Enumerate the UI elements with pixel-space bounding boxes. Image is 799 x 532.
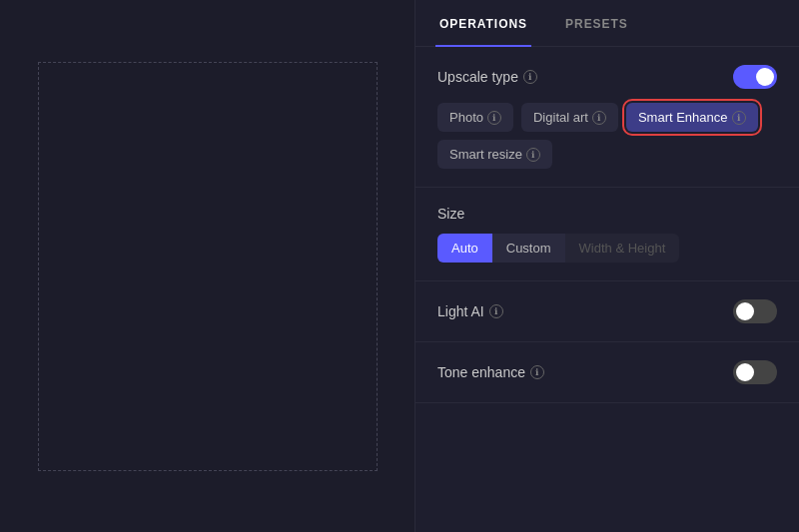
option-smart-enhance[interactable]: Smart Enhance ℹ: [626, 103, 758, 132]
canvas-area: [38, 62, 378, 471]
light-ai-label-text: Light AI: [437, 303, 484, 319]
tone-enhance-row-header: Tone enhance ℹ: [437, 360, 777, 384]
tabs-bar: OPERATIONS PRESETS: [415, 0, 799, 47]
size-section: Size Auto Custom Width & Height: [415, 188, 799, 281]
light-ai-label: Light AI ℹ: [437, 303, 503, 319]
option-smart-resize-label: Smart resize: [449, 147, 522, 162]
upscale-info-icon[interactable]: ℹ: [523, 70, 537, 84]
light-ai-info-icon[interactable]: ℹ: [489, 304, 503, 318]
upscale-toggle[interactable]: [733, 65, 777, 89]
upscale-toggle-knob: [756, 68, 774, 86]
option-digital-art-label: Digital art: [533, 110, 588, 125]
option-photo-label: Photo: [449, 110, 483, 125]
option-smart-resize[interactable]: Smart resize ℹ: [437, 140, 552, 169]
size-options: Auto Custom Width & Height: [437, 234, 777, 263]
size-title: Size: [437, 206, 777, 222]
settings-content: Upscale type ℹ Photo ℹ Digital art ℹ Sma…: [415, 47, 799, 532]
tone-enhance-toggle-knob: [736, 363, 754, 381]
size-custom[interactable]: Custom: [492, 234, 565, 263]
tone-enhance-info-icon[interactable]: ℹ: [530, 365, 544, 379]
tab-operations[interactable]: OPERATIONS: [435, 1, 531, 47]
tone-enhance-section: Tone enhance ℹ: [415, 342, 799, 403]
light-ai-toggle[interactable]: [733, 299, 777, 323]
right-panel: OPERATIONS PRESETS Upscale type ℹ Photo …: [414, 0, 799, 532]
tab-presets[interactable]: PRESETS: [561, 1, 632, 47]
photo-info-icon[interactable]: ℹ: [487, 111, 501, 125]
upscale-options: Photo ℹ Digital art ℹ Smart Enhance ℹ Sm…: [437, 103, 777, 169]
upscale-section: Upscale type ℹ Photo ℹ Digital art ℹ Sma…: [415, 47, 799, 188]
light-ai-section: Light AI ℹ: [415, 281, 799, 342]
light-ai-row-header: Light AI ℹ: [437, 299, 777, 323]
digital-art-info-icon[interactable]: ℹ: [592, 111, 606, 125]
smart-resize-info-icon[interactable]: ℹ: [526, 148, 540, 162]
size-width-height[interactable]: Width & Height: [565, 234, 680, 263]
smart-enhance-info-icon[interactable]: ℹ: [732, 111, 746, 125]
tone-enhance-label-text: Tone enhance: [437, 364, 525, 380]
left-panel: [0, 0, 414, 532]
upscale-label: Upscale type ℹ: [437, 69, 537, 85]
upscale-row-header: Upscale type ℹ: [437, 65, 777, 89]
light-ai-toggle-knob: [736, 302, 754, 320]
upscale-label-text: Upscale type: [437, 69, 518, 85]
option-smart-enhance-label: Smart Enhance: [638, 110, 728, 125]
size-auto[interactable]: Auto: [437, 234, 492, 263]
tone-enhance-toggle[interactable]: [733, 360, 777, 384]
option-photo[interactable]: Photo ℹ: [437, 103, 513, 132]
tone-enhance-label: Tone enhance ℹ: [437, 364, 544, 380]
option-digital-art[interactable]: Digital art ℹ: [521, 103, 618, 132]
